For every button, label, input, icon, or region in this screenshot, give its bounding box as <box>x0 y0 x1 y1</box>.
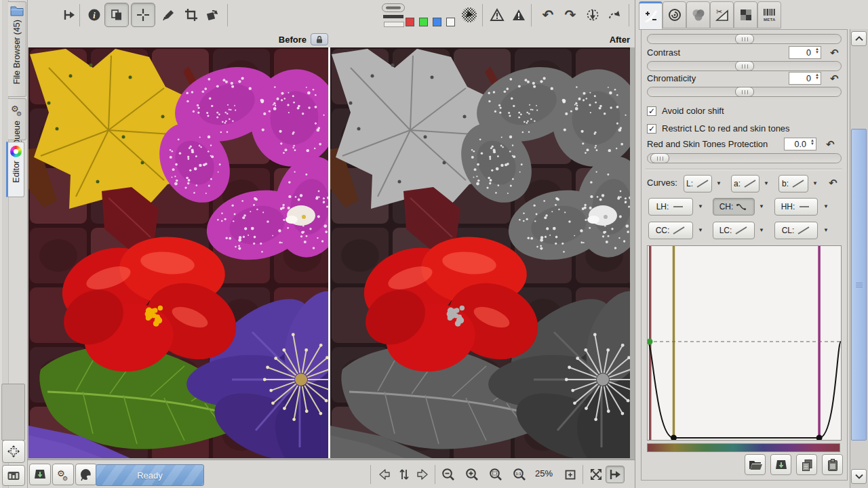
straighten-tool-button[interactable] <box>201 5 222 25</box>
checkbox-box[interactable]: ✓ <box>647 124 656 134</box>
toolbar-separator <box>482 4 483 26</box>
slider-handle[interactable] <box>735 34 754 44</box>
curve-L-button[interactable]: L: <box>684 175 712 192</box>
luma-channel-toggle[interactable] <box>446 18 455 26</box>
sync-browser-button[interactable] <box>395 466 414 483</box>
restrict-lc-checkbox[interactable]: ✓ Restrict LC to red and skin tones <box>647 123 790 134</box>
histogram-bar-dark[interactable] <box>383 15 403 18</box>
red-skin-protection-spinbox[interactable]: 0.0 ▲▼ <box>784 138 816 150</box>
before-label: Before <box>279 35 307 45</box>
slider-handle[interactable] <box>735 87 754 97</box>
avoid-color-shift-checkbox[interactable]: ✓ Avoid color shift <box>647 106 724 116</box>
hand-mode-button[interactable] <box>606 466 625 483</box>
after-pane[interactable] <box>330 47 630 458</box>
tab-raw[interactable] <box>734 1 757 28</box>
chromaticity-slider[interactable] <box>647 87 842 97</box>
crop-tool-button[interactable] <box>181 5 201 25</box>
before-lock-button[interactable] <box>311 33 328 45</box>
curve-CC-button[interactable]: CC: <box>648 222 693 239</box>
curve-a-dropdown[interactable]: ▼ <box>764 180 769 186</box>
tab-detail[interactable] <box>663 1 686 28</box>
zoom-fit-button[interactable] <box>486 466 505 483</box>
zoom-out-button[interactable] <box>439 466 458 483</box>
next-image-button[interactable] <box>413 466 432 483</box>
send-to-editor-button[interactable] <box>75 464 97 485</box>
curve-LC-button[interactable]: LC: <box>713 222 755 239</box>
save-curve-button[interactable] <box>770 454 791 475</box>
contrast-reset-button[interactable]: ↶ <box>830 47 839 58</box>
curve-CH-button[interactable]: CH: <box>713 198 755 216</box>
curve-b-dropdown[interactable]: ▼ <box>812 180 818 186</box>
snapshot-button[interactable] <box>583 5 603 25</box>
curve-CC-dropdown[interactable]: ▼ <box>698 227 703 233</box>
previous-image-button[interactable] <box>375 466 394 483</box>
hand-tool-button[interactable] <box>59 5 79 25</box>
before-pane[interactable] <box>28 47 328 458</box>
color-picker-button[interactable] <box>159 5 179 25</box>
copy-curve-button[interactable] <box>796 454 817 475</box>
curve-CH-dropdown[interactable]: ▼ <box>759 203 764 209</box>
curve-CL-dropdown[interactable]: ▼ <box>823 227 829 233</box>
contrast-spinbox[interactable]: 0 ▲▼ <box>789 46 821 59</box>
tab-editor[interactable]: Editor <box>6 142 24 197</box>
tab-metadata[interactable]: META <box>757 1 781 28</box>
undo-button[interactable]: ↶ <box>538 5 558 25</box>
add-to-queue-button[interactable]: ⚙⚙ <box>52 464 74 485</box>
slider-handle[interactable] <box>650 153 669 163</box>
curve-LH-dropdown[interactable]: ▼ <box>698 203 703 209</box>
paste-curve-button[interactable] <box>822 454 843 475</box>
redo-to-saved-button[interactable] <box>604 5 625 25</box>
spin-arrows[interactable]: ▲▼ <box>815 73 819 80</box>
curve-LC-dropdown[interactable]: ▼ <box>759 227 764 233</box>
detail-window-button[interactable] <box>561 466 580 483</box>
fullscreen-button[interactable] <box>587 466 606 483</box>
before-image[interactable] <box>28 47 328 458</box>
spin-arrows[interactable]: ▲▼ <box>815 47 819 54</box>
tab-transform[interactable]: ✂ <box>710 1 734 28</box>
tab-queue[interactable]: ⚙⚙ Queue <box>8 98 26 140</box>
lab-adjustments-panel: Contrast 0 ▲▼ ↶ Chromaticity 0 ▲▼ ↶ ✓ Av… <box>641 29 848 481</box>
scroll-up-button[interactable] <box>851 31 867 46</box>
highlight-clipping-button[interactable] <box>509 5 529 25</box>
curve-HH-button[interactable]: HH: <box>774 198 818 216</box>
tab-color[interactable] <box>686 1 710 28</box>
before-after-view-button[interactable] <box>104 3 129 27</box>
tab-file-browser[interactable]: File Browser (45) <box>8 1 26 97</box>
after-image[interactable] <box>330 47 630 458</box>
zoom-in-button[interactable] <box>462 466 481 483</box>
load-curve-button[interactable] <box>745 454 766 475</box>
curve-HH-dropdown[interactable]: ▼ <box>823 203 829 209</box>
curve-a-button[interactable]: a: <box>731 175 760 192</box>
curve-editor[interactable] <box>647 245 842 441</box>
red-channel-toggle[interactable] <box>406 18 414 26</box>
histogram-bar-light[interactable] <box>384 22 404 27</box>
snapshot-icon <box>586 8 599 22</box>
curves-reset-button[interactable]: ↶ <box>829 178 837 188</box>
scroll-down-button[interactable] <box>851 469 867 484</box>
curve-CL-button[interactable]: CL: <box>774 222 818 239</box>
curve-b-button[interactable]: b: <box>778 175 808 192</box>
histogram-position-button[interactable] <box>380 2 406 14</box>
chromaticity-spinbox[interactable]: 0 ▲▼ <box>789 72 821 85</box>
redo-button[interactable]: ↷ <box>560 5 580 25</box>
red-skin-protection-slider[interactable] <box>647 153 842 163</box>
lockable-picker-button[interactable] <box>131 3 155 27</box>
zoom-100-button[interactable]: 1:1 <box>510 466 529 483</box>
curve-L-dropdown[interactable]: ▼ <box>716 180 722 186</box>
lightness-slider[interactable] <box>647 34 842 44</box>
red-skin-protection-reset-button[interactable]: ↶ <box>826 139 835 149</box>
blue-channel-toggle[interactable] <box>433 18 441 26</box>
contrast-slider[interactable] <box>647 61 842 71</box>
spin-arrows[interactable]: ▲▼ <box>810 139 814 146</box>
raw-histogram-button[interactable] <box>459 5 479 25</box>
chromaticity-reset-button[interactable]: ↶ <box>830 73 839 83</box>
shadow-clipping-button[interactable] <box>487 5 507 25</box>
curve-LH-button[interactable]: LH: <box>648 198 693 216</box>
green-channel-toggle[interactable] <box>419 18 428 26</box>
save-image-button[interactable] <box>29 464 51 485</box>
tab-exposure[interactable] <box>639 1 663 30</box>
panel-scrollbar-thumb[interactable] <box>851 129 867 441</box>
image-info-button[interactable]: i <box>84 5 104 25</box>
checkbox-box[interactable]: ✓ <box>647 106 656 116</box>
slider-handle[interactable] <box>735 61 754 71</box>
